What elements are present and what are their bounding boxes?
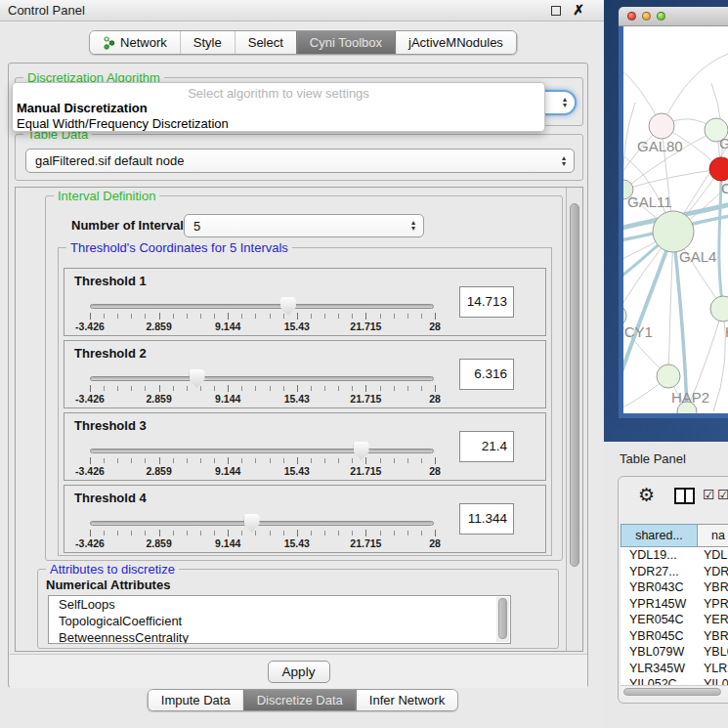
table-horizontal-scrollbar[interactable] — [621, 685, 728, 697]
window-title: Control Panel — [8, 3, 85, 18]
threshold-1-tick-labels: -3.426 2.859 9.144 15.43 21.715 28 — [90, 321, 435, 332]
close-icon[interactable]: ✗ — [573, 2, 584, 18]
table-panel: ⚙ ☑ ☑ shared... na YDL19...YDL1 YDR27...… — [618, 476, 728, 704]
algorithm-dropdown-popup: Select algorithm to view settings Manual… — [12, 82, 545, 132]
node-table: shared... na YDL19...YDL1 YDR27...YDR2 Y… — [621, 524, 728, 685]
number-of-intervals-combobox[interactable]: 5 ▴▾ — [184, 214, 424, 237]
tab-network[interactable]: Network — [90, 31, 180, 54]
table-data-group: Table Data galFiltered.sif default node … — [15, 134, 583, 181]
network-graph: GAL80 GA C GAL11 GAL4 GCY1 H HAP2 — [623, 26, 728, 413]
threshold-3-box: Threshold 3 -3.426 2.859 9.144 — [64, 412, 546, 481]
network-view-window: GAL80 GA C GAL11 GAL4 GCY1 H HAP2 — [619, 7, 728, 418]
gear-icon[interactable]: ⚙ — [638, 485, 655, 506]
table-row[interactable]: YDR27...YDR2 — [621, 564, 728, 580]
number-of-intervals-value: 5 — [193, 219, 200, 234]
tab-style-label: Style — [193, 35, 222, 50]
node-gal4[interactable] — [653, 211, 694, 252]
network-icon — [103, 36, 115, 50]
checkbox-checked-icon[interactable]: ☑ — [703, 487, 715, 502]
label-partial-top: GA — [719, 135, 728, 151]
zoom-traffic-light-icon[interactable] — [657, 12, 665, 21]
close-traffic-light-icon[interactable] — [627, 12, 636, 21]
column-header-name[interactable]: na — [698, 524, 728, 547]
tab-impute-data[interactable]: Impute Data — [149, 690, 243, 710]
list-item[interactable]: SelfLoops — [49, 596, 510, 613]
numerical-attributes-label: Numerical Attributes — [46, 578, 170, 592]
settings-scrollbar-thumb[interactable] — [570, 203, 579, 567]
interval-definition-group: Interval Definition Number of Intervals … — [45, 195, 563, 561]
table-panel-title: Table Panel — [620, 451, 686, 466]
control-panel-titlebar[interactable]: Control Panel ✗ — [0, 0, 606, 21]
label-gal4: GAL4 — [679, 248, 716, 265]
algorithm-dropdown-hint: Select algorithm to view settings — [13, 83, 544, 101]
settings-vertical-scrollbar[interactable] — [566, 188, 582, 651]
threshold-4-slider[interactable] — [90, 521, 434, 526]
column-header-shared-name[interactable]: shared... — [621, 524, 698, 547]
table-row[interactable]: YBR045CYBR0 — [621, 628, 728, 645]
network-window-titlebar[interactable] — [619, 7, 728, 26]
node-selected-red[interactable] — [709, 157, 728, 181]
threshold-2-ticks — [90, 386, 435, 391]
screen: Control Panel ✗ Network Style Select — [0, 0, 728, 728]
table-row[interactable]: YLR345WYLR3 — [621, 661, 728, 677]
threshold-3-tick-labels: -3.426 2.859 9.144 15.43 21.715 28 — [90, 465, 435, 477]
attributes-group-label: Attributes to discretize — [46, 562, 179, 577]
tab-style[interactable]: Style — [180, 31, 235, 54]
float-icon[interactable] — [551, 6, 561, 16]
table-data-combobox[interactable]: galFiltered.sif default node ▴▾ — [25, 149, 575, 173]
threshold-4-value-field[interactable]: 11.344 — [459, 503, 514, 535]
control-panel-window: Control Panel ✗ Network Style Select — [0, 0, 606, 728]
table-row[interactable]: YPR145WYPR1 — [621, 596, 728, 613]
threshold-2-label: Threshold 2 — [74, 346, 147, 361]
tab-discretize-data[interactable]: Discretize Data — [243, 690, 356, 710]
list-item[interactable]: BetweennessCentrality — [49, 629, 510, 644]
node-hap2[interactable] — [657, 364, 680, 388]
threshold-3-value-field[interactable]: 21.4 — [459, 431, 514, 462]
threshold-1-value-field[interactable]: 14.713 — [459, 286, 514, 318]
tab-discretize-data-label: Discretize Data — [257, 693, 343, 707]
threshold-2-value-field[interactable]: 6.316 — [459, 359, 514, 390]
threshold-4-ticks — [90, 531, 435, 535]
tab-network-label: Network — [120, 35, 167, 50]
threshold-2-slider[interactable] — [90, 376, 434, 381]
apply-button[interactable]: Apply — [268, 661, 330, 683]
checkbox-checked-icon[interactable]: ☑ — [717, 487, 728, 502]
algorithm-option-manual[interactable]: Manual Discretization — [13, 101, 544, 116]
table-row[interactable]: YDL19...YDL1 — [621, 547, 728, 564]
threshold-1-box: Threshold 1 -3.426 2.859 9.144 — [64, 268, 546, 336]
tab-select[interactable]: Select — [235, 31, 296, 54]
table-row[interactable]: YBR043CYBR0 — [621, 579, 728, 596]
label-gal11: GAL11 — [627, 193, 672, 210]
table-row[interactable]: YIL052CYIL0 — [621, 676, 728, 685]
table-row[interactable]: YER054CYER0 — [621, 612, 728, 628]
node-gal80[interactable] — [649, 113, 674, 139]
tab-cyni-toolbox[interactable]: Cyni Toolbox — [296, 31, 395, 54]
threshold-1-slider[interactable] — [90, 304, 434, 309]
minimize-traffic-light-icon[interactable] — [642, 12, 651, 21]
table-panel-toolbar: ⚙ ☑ ☑ — [619, 477, 728, 520]
tab-jactivemnodules[interactable]: jActiveMNodules — [395, 31, 516, 54]
control-panel-tabbar: Network Style Select Cyni Toolbox jActiv… — [89, 30, 517, 55]
list-item[interactable]: TopologicalCoefficient — [49, 613, 510, 629]
threshold-1-label: Threshold 1 — [74, 274, 147, 288]
table-row[interactable]: YBL079WYBL0 — [621, 644, 728, 661]
columns-icon[interactable] — [674, 488, 695, 504]
tab-infer-network[interactable]: Infer Network — [356, 690, 457, 710]
threshold-1-ticks — [90, 314, 435, 319]
tab-select-label: Select — [248, 35, 283, 50]
attributes-list-scrollbar[interactable] — [496, 597, 509, 642]
label-partial-mid: C — [721, 180, 728, 196]
table-scrollbar-thumb[interactable] — [623, 688, 721, 696]
number-of-intervals-label: Number of Intervals — [71, 218, 191, 233]
network-canvas[interactable]: GAL80 GA C GAL11 GAL4 GCY1 H HAP2 — [619, 26, 728, 418]
node-partial-right[interactable] — [710, 296, 728, 321]
algorithm-option-equal-width[interactable]: Equal Width/Frequency Discretization — [13, 116, 544, 132]
table-data-combobox-value: galFiltered.sif default node — [35, 153, 184, 168]
threshold-4-box: Threshold 4 -3.426 2.859 9.144 — [64, 485, 546, 553]
tab-cyni-toolbox-label: Cyni Toolbox — [310, 35, 382, 50]
label-hap2: HAP2 — [671, 389, 709, 406]
spinner-arrows-icon: ▴▾ — [411, 220, 415, 232]
table-body: YDL19...YDL1 YDR27...YDR2 YBR043CYBR0 YP… — [621, 547, 728, 685]
threshold-3-slider[interactable] — [90, 449, 434, 453]
threshold-3-ticks — [90, 458, 435, 463]
